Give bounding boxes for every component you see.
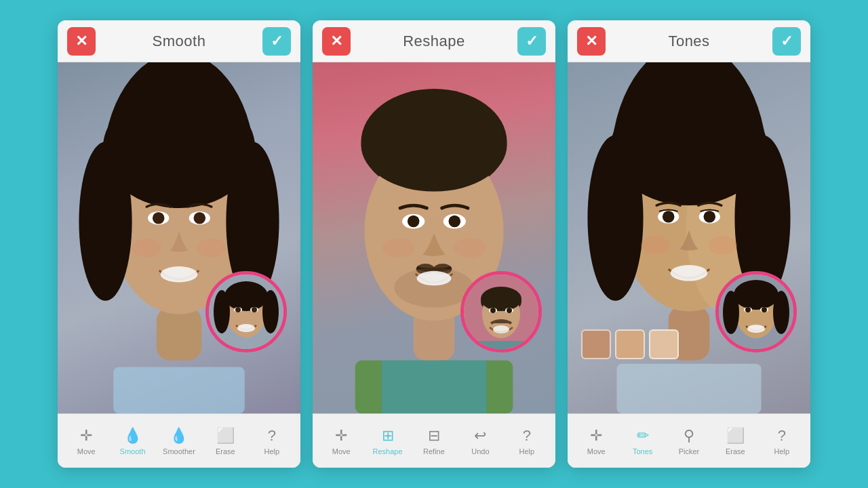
reshape-icon: ⊞ [382,427,394,445]
reshape-help-icon: ? [523,427,531,445]
smooth-tool-move[interactable]: ✛ Move [69,427,103,455]
svg-point-42 [382,238,414,258]
move-icon: ✛ [80,427,92,445]
svg-point-79 [747,325,765,333]
svg-point-17 [224,281,268,311]
svg-point-52 [493,325,509,333]
smooth-photo-area [58,62,300,413]
svg-rect-61 [616,364,761,413]
tones-move-label: Move [587,447,606,455]
tones-help-label: Help [774,447,789,455]
smooth-tool-erase[interactable]: ⬜ Erase [208,427,242,455]
svg-point-59 [587,136,643,301]
svg-point-63 [663,211,675,223]
smooth-face-svg [58,62,300,413]
tones-tool-tones[interactable]: ✏ Tones [626,427,660,455]
svg-point-23 [252,307,257,312]
svg-point-73 [723,291,739,334]
svg-point-37 [449,216,461,228]
smooth-tool-help[interactable]: ? Help [255,427,289,455]
reshape-tool-reshape[interactable]: ⊞ Reshape [371,427,405,455]
tones-thumbnail [715,271,797,352]
tones-tool-move[interactable]: ✛ Move [579,427,613,455]
smooth-title: Smooth [153,33,206,50]
smoother-label: Smoother [163,447,195,455]
reshape-thumbnail-svg [464,274,538,349]
svg-point-18 [214,290,230,333]
reshape-close-button[interactable]: ✕ [322,27,351,56]
swatch-1[interactable] [581,329,611,359]
svg-point-67 [641,236,670,254]
smooth-close-button[interactable]: ✕ [67,27,96,56]
tones-tool-erase[interactable]: ⬜ Erase [718,427,752,455]
reshape-tool-refine[interactable]: ⊟ Refine [417,427,451,455]
smooth-thumbnail-svg [209,274,283,349]
svg-point-72 [734,280,778,310]
svg-point-51 [507,308,512,313]
svg-rect-1 [157,308,201,361]
svg-rect-13 [113,367,245,413]
swatch-3[interactable] [649,329,679,359]
tones-close-icon: ✕ [585,33,597,50]
reshape-move-icon: ✛ [335,427,347,445]
svg-point-11 [132,239,161,257]
refine-icon: ⊟ [428,427,440,445]
svg-point-68 [708,236,737,254]
tones-help-icon: ? [778,427,786,445]
svg-point-47 [481,287,521,311]
erase-icon: ⬜ [216,427,235,445]
tones-confirm-button[interactable]: ✓ [772,27,801,56]
reshape-title: Reshape [403,33,465,50]
svg-point-12 [197,239,226,257]
refine-label: Refine [423,447,445,455]
svg-point-77 [745,307,751,312]
tones-photo-area [568,62,810,413]
reshape-help-label: Help [519,447,534,455]
reshape-move-label: Move [332,447,351,455]
svg-rect-33 [382,361,486,413]
tones-confirm-icon: ✓ [781,33,793,50]
smooth-tool-smooth[interactable]: 💧 Smooth [116,427,150,455]
smooth-panel: ✕ Smooth ✓ [58,20,300,468]
tones-erase-icon: ⬜ [726,427,745,445]
tones-tool-help[interactable]: ? Help [765,427,799,455]
reshape-toolbar: ✛ Move ⊞ Reshape ⊟ Refine ↩ Undo ? Help [313,413,555,468]
reshape-confirm-button[interactable]: ✓ [517,27,546,56]
svg-point-43 [454,238,486,258]
reshape-label: Reshape [373,447,403,455]
tones-swatches [581,329,679,359]
svg-point-78 [762,307,767,312]
svg-point-50 [490,308,496,313]
tones-thumbnail-svg [719,274,793,349]
svg-point-65 [704,211,716,223]
smooth-thumbnail [205,271,287,352]
tones-icon: ✏ [637,427,649,445]
undo-label: Undo [471,447,489,455]
picker-label: Picker [679,447,700,455]
svg-point-74 [773,291,789,334]
svg-point-4 [79,142,132,301]
confirm-icon: ✓ [271,33,283,50]
reshape-tool-help[interactable]: ? Help [510,427,544,455]
reshape-tool-move[interactable]: ✛ Move [324,427,358,455]
reshape-tool-undo[interactable]: ↩ Undo [463,427,497,455]
tones-close-button[interactable]: ✕ [577,27,606,56]
tones-face-svg [568,62,810,413]
help-label: Help [264,447,279,455]
smooth-label: Smooth [120,447,146,455]
reshape-panel: ✕ Reshape ✓ [313,20,555,468]
svg-rect-53 [477,341,525,349]
smooth-tool-smoother[interactable]: 💧 Smoother [162,427,196,455]
tones-tool-picker[interactable]: ⚲ Picker [672,427,706,455]
swatch-2[interactable] [615,329,645,359]
svg-point-22 [235,307,241,312]
svg-point-19 [262,290,279,333]
svg-point-7 [153,212,165,224]
smooth-confirm-button[interactable]: ✓ [262,27,291,56]
svg-point-9 [194,212,206,224]
tones-title: Tones [668,33,709,50]
reshape-confirm-icon: ✓ [526,33,538,50]
smoother-icon: 💧 [170,427,188,445]
reshape-close-icon: ✕ [330,33,342,50]
tones-toolbar: ✛ Move ✏ Tones ⚲ Picker ⬜ Erase ? Help [568,413,810,468]
